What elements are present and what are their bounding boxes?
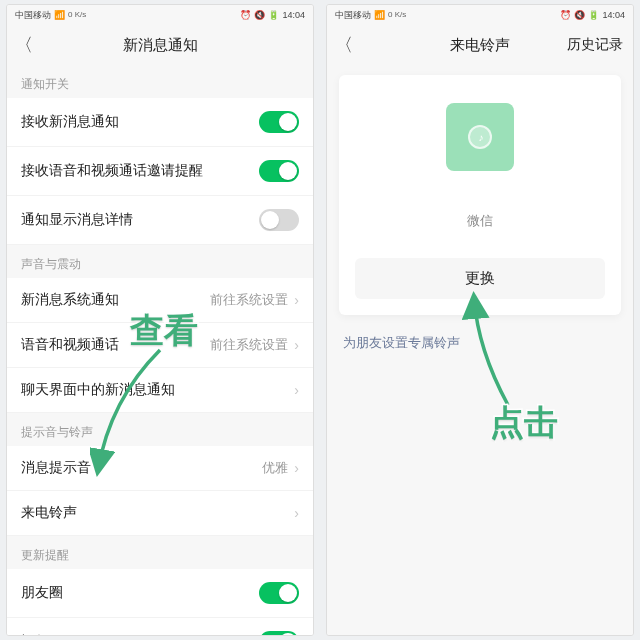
ringtone-body: ♪ 微信 更换 为朋友设置专属铃声 [327,65,633,635]
navbar: 〈 来电铃声 历史记录 [327,25,633,65]
ringtone-card: ♪ 微信 更换 [339,75,621,315]
row-label: 接收新消息通知 [21,113,119,131]
row-label: 接收语音和视频通话邀请提醒 [21,162,203,180]
navbar: 〈 新消息通知 [7,25,313,65]
net-speed: 0 K/s [68,11,86,19]
mute-icon: 🔇 [574,10,585,20]
status-bar: 中国移动 📶 0 K/s ⏰ 🔇 🔋 14:04 [7,5,313,25]
signal-icon: 📶 [54,10,65,20]
toggle-on[interactable] [259,582,299,604]
alarm-icon: ⏰ [560,10,571,20]
battery-icon: 🔋 [268,10,279,20]
row-voice-video-invite[interactable]: 接收语音和视频通话邀请提醒 [7,147,313,196]
page-title: 来电铃声 [450,36,510,55]
row-voice-video-sys[interactable]: 语音和视频通话 前往系统设置› [7,323,313,368]
chevron-right-icon: › [294,505,299,521]
time-label: 14:04 [602,10,625,20]
signal-icon: 📶 [374,10,385,20]
play-badge: ♪ [468,125,492,149]
phone-left: 中国移动 📶 0 K/s ⏰ 🔇 🔋 14:04 〈 新消息通知 通知开关 接收… [6,4,314,636]
row-label: 语音和视频通话 [21,336,119,354]
back-icon[interactable]: 〈 [15,33,33,57]
ringtone-art[interactable]: ♪ [446,103,514,171]
set-friend-ringtone-link[interactable]: 为朋友设置专属铃声 [327,329,633,358]
settings-body: 通知开关 接收新消息通知 接收语音和视频通话邀请提醒 通知显示消息详情 声音与震… [7,65,313,635]
row-value: 前往系统设置 [210,291,288,309]
row-label: 朋友圈 [21,584,63,602]
row-channels[interactable]: 视频号 [7,618,313,635]
chevron-right-icon: › [294,292,299,308]
row-label: 消息提示音 [21,459,91,477]
nav-history[interactable]: 历史记录 [567,36,623,54]
net-speed: 0 K/s [388,11,406,19]
alarm-icon: ⏰ [240,10,251,20]
time-label: 14:04 [282,10,305,20]
row-receive-new-msg[interactable]: 接收新消息通知 [7,98,313,147]
row-show-detail[interactable]: 通知显示消息详情 [7,196,313,245]
mute-icon: 🔇 [254,10,265,20]
toggle-off[interactable] [259,209,299,231]
toggle-on[interactable] [259,160,299,182]
row-msg-tone[interactable]: 消息提示音 优雅› [7,446,313,491]
row-label: 聊天界面中的新消息通知 [21,381,175,399]
row-label: 视频号 [21,633,63,635]
ringtone-name: 微信 [467,213,493,230]
row-value: 优雅 [262,459,288,477]
page-title: 新消息通知 [123,36,198,55]
row-label: 来电铃声 [21,504,77,522]
back-icon[interactable]: 〈 [335,33,353,57]
toggle-on[interactable] [259,631,299,635]
section-header: 声音与震动 [7,245,313,278]
row-moments[interactable]: 朋友圈 [7,569,313,618]
section-header: 通知开关 [7,65,313,98]
row-value: 前往系统设置 [210,336,288,354]
toggle-on[interactable] [259,111,299,133]
phone-right: 中国移动 📶 0 K/s ⏰ 🔇 🔋 14:04 〈 来电铃声 历史记录 ♪ [326,4,634,636]
chevron-right-icon: › [294,382,299,398]
section-header: 提示音与铃声 [7,413,313,446]
row-ringtone[interactable]: 来电铃声 › [7,491,313,536]
music-note-icon: ♪ [479,132,484,143]
carrier-label: 中国移动 [335,9,371,22]
row-new-msg-sys[interactable]: 新消息系统通知 前往系统设置› [7,278,313,323]
row-chat-new-msg[interactable]: 聊天界面中的新消息通知 › [7,368,313,413]
status-bar: 中国移动 📶 0 K/s ⏰ 🔇 🔋 14:04 [327,5,633,25]
carrier-label: 中国移动 [15,9,51,22]
row-label: 通知显示消息详情 [21,211,133,229]
chevron-right-icon: › [294,337,299,353]
row-label: 新消息系统通知 [21,291,119,309]
section-header: 更新提醒 [7,536,313,569]
change-button[interactable]: 更换 [355,258,605,299]
chevron-right-icon: › [294,460,299,476]
battery-icon: 🔋 [588,10,599,20]
